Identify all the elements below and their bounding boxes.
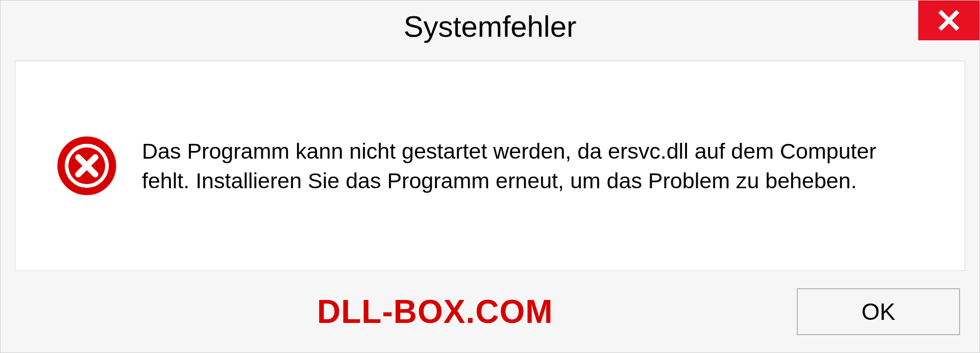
dialog-footer: DLL-BOX.COM OK xyxy=(1,271,979,352)
error-dialog: Systemfehler Das Programm kann nicht ges… xyxy=(0,0,980,353)
content-panel: Das Programm kann nicht gestartet werden… xyxy=(15,61,965,271)
close-button[interactable] xyxy=(918,1,979,40)
titlebar: Systemfehler xyxy=(1,1,979,52)
close-icon xyxy=(938,9,960,32)
dialog-title: Systemfehler xyxy=(404,9,576,43)
error-message: Das Programm kann nicht gestartet werden… xyxy=(142,136,929,195)
watermark-text: DLL-BOX.COM xyxy=(317,293,553,331)
error-icon xyxy=(56,135,117,196)
ok-button[interactable]: OK xyxy=(797,288,960,335)
